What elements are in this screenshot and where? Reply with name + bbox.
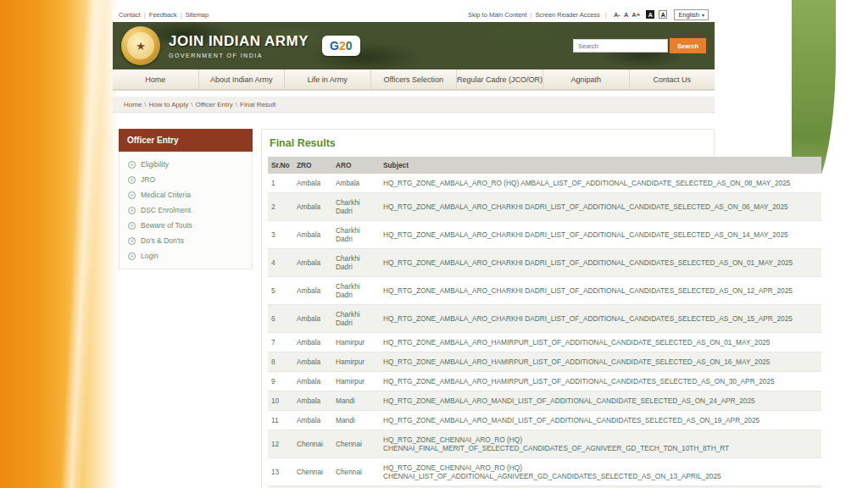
sr-no-cell: 9	[268, 372, 293, 391]
nav-item-home[interactable]: Home	[113, 69, 199, 89]
sr-no-cell: 6	[268, 305, 293, 333]
language-select[interactable]: English ▾	[674, 9, 709, 20]
breadcrumb-item-how-to-apply[interactable]: How to Apply	[149, 101, 189, 108]
search-input[interactable]	[573, 39, 668, 53]
sidebar-item-dsc-enrolment[interactable]: +DSC Enrolment	[120, 202, 252, 218]
table-row: 5AmbalaCharkhi DadriHQ_RTG_ZONE_AMBALA_A…	[268, 277, 821, 305]
subject-cell: HQ_RTG_ZONE_AMBALA_ARO_CHARKHI DADRI_LIS…	[380, 305, 821, 333]
result-subject-link[interactable]: HQ_RTG_ZONE_AMBALA_ARO_CHARKHI DADRI_LIS…	[383, 230, 788, 239]
breadcrumb-item-final-result[interactable]: Final Result	[240, 101, 275, 108]
nav-item-contact-us[interactable]: Contact Us	[630, 69, 715, 89]
result-subject-link[interactable]: HQ_RTG_ZONE_AMBALA_ARO_HAMIRPUR_LIST_OF_…	[383, 358, 771, 366]
result-subject-link[interactable]: HQ_RTG_ZONE_AMBALA_ARO_HAMIRPUR_LIST_OF_…	[383, 338, 771, 347]
topbar-link-feedback[interactable]: Feedback	[149, 11, 177, 19]
topbar-link-contact[interactable]: Contact	[119, 11, 141, 19]
subject-cell: HQ_RTG_ZONE_AMBALA_ARO_CHARKHI DADRI_LIS…	[380, 193, 821, 221]
sr-no-cell: 12	[268, 430, 293, 458]
sr-no-cell: 5	[268, 277, 293, 305]
army-crest-logo: ★	[121, 26, 160, 65]
aro-cell: Hamirpur	[332, 333, 380, 352]
nav-item-officers-selection[interactable]: Officers Selection	[371, 69, 458, 89]
result-subject-link[interactable]: HQ_RTG_ZONE_AMBALA_ARO_CHARKHI DADRI_LIS…	[383, 286, 793, 295]
zro-cell: Ambala	[293, 221, 332, 249]
column-header-sr-no: Sr.No	[268, 157, 293, 174]
page-title: Final Results	[268, 136, 708, 157]
topbar-link-skip-to-main-content[interactable]: Skip to Main Content	[468, 11, 527, 19]
site-container: Contact|Feedback|Sitemap Skip to Main Co…	[113, 7, 715, 91]
separator: |	[144, 11, 146, 19]
sidebar-item-label: Eligibility	[141, 160, 169, 169]
nav-item-regular-cadre-jco-or[interactable]: Regular Cadre (JCO/OR)	[457, 69, 543, 89]
result-subject-link[interactable]: HQ_RTG_ZONE_AMBALA_ARO_HAMIRPUR_LIST_OF_…	[383, 377, 775, 385]
language-value: English	[678, 11, 699, 19]
chevron-down-icon: ▾	[702, 12, 704, 18]
result-subject-link[interactable]: HQ_RTG_ZONE_AMBALA_ARO_RO (HQ) AMBALA_LI…	[383, 179, 790, 187]
star-icon: ★	[136, 41, 146, 52]
aro-cell: Ambala	[332, 174, 380, 193]
breadcrumb-item-home[interactable]: Home	[124, 101, 142, 108]
g20-letter-0: 0	[346, 40, 353, 52]
result-subject-link[interactable]: HQ_RTG_ZONE_AMBALA_ARO_MANDI_LIST_OF_ADD…	[383, 396, 755, 405]
theme-light-toggle[interactable]: A	[659, 10, 667, 19]
table-row: 4AmbalaCharkhi DadriHQ_RTG_ZONE_AMBALA_A…	[268, 249, 821, 277]
sidebar-item-label: JRO	[141, 175, 155, 184]
plus-icon: +	[128, 191, 136, 199]
topbar-link-screen-reader-access[interactable]: Screen Reader Access	[536, 11, 600, 19]
column-header-zro: ZRO	[293, 157, 332, 174]
sidebar-list: +Eligibility+JRO+Medical Criteria+DSC En…	[119, 152, 253, 269]
table-row: 1AmbalaAmbalaHQ_RTG_ZONE_AMBALA_ARO_RO (…	[268, 174, 821, 193]
theme-dark-toggle[interactable]: A	[646, 10, 654, 19]
result-subject-link[interactable]: HQ_RTG_ZONE_AMBALA_ARO_CHARKHI DADRI_LIS…	[383, 258, 793, 267]
table-row: 11AmbalaMandiHQ_RTG_ZONE_AMBALA_ARO_MAND…	[268, 411, 821, 430]
sidebar-item-login[interactable]: +Login	[120, 248, 252, 263]
zro-cell: Ambala	[293, 305, 332, 333]
search-bar: Search	[573, 38, 706, 53]
nav-item-agnipath[interactable]: Agnipath	[543, 69, 630, 89]
sr-no-cell: 3	[268, 221, 293, 249]
result-subject-link[interactable]: HQ_RTG_ZONE_CHENNAI_ARO_RO (HQ) CHENNAI_…	[383, 463, 721, 480]
site-title: JOIN INDIAN ARMY	[169, 33, 309, 50]
sr-no-cell: 11	[268, 411, 293, 430]
sidebar-item-do-s-don-ts[interactable]: +Do's & Don'ts	[120, 233, 252, 248]
subject-cell: HQ_RTG_ZONE_AMBALA_ARO_MANDI_LIST_OF_ADD…	[380, 411, 821, 430]
sr-no-cell: 1	[268, 174, 293, 193]
topbar-link-sitemap[interactable]: Sitemap	[186, 11, 209, 19]
utility-topbar: Contact|Feedback|Sitemap Skip to Main Co…	[113, 7, 715, 22]
aro-cell: Charkhi Dadri	[332, 221, 380, 249]
sidebar-item-medical-criteria[interactable]: +Medical Criteria	[120, 187, 252, 202]
table-row: 10AmbalaMandiHQ_RTG_ZONE_AMBALA_ARO_MAND…	[268, 391, 821, 411]
zro-cell: Chennai	[293, 458, 332, 486]
result-subject-link[interactable]: HQ_RTG_ZONE_AMBALA_ARO_CHARKHI DADRI_LIS…	[383, 202, 788, 211]
title-block: JOIN INDIAN ARMY GOVERNMENT OF INDIA	[169, 33, 309, 58]
sidebar-item-label: DSC Enrolment	[141, 206, 191, 214]
result-subject-link[interactable]: HQ_RTG_ZONE_AMBALA_ARO_CHARKHI DADRI_LIS…	[383, 314, 793, 323]
column-header-subject: Subject	[380, 157, 821, 174]
sidebar-item-eligibility[interactable]: +Eligibility	[120, 157, 252, 172]
font-size-control-a[interactable]: A	[624, 11, 628, 19]
font-size-control-a[interactable]: A-	[614, 11, 620, 19]
page-content: Officer Entry +Eligibility+JRO+Medical C…	[113, 119, 836, 488]
sidebar-item-label: Login	[141, 252, 159, 260]
subject-cell: HQ_RTG_ZONE_AMBALA_ARO_HAMIRPUR_LIST_OF_…	[380, 352, 821, 372]
sidebar-item-beware-of-touts[interactable]: +Beware of Touts	[120, 218, 252, 233]
result-subject-link[interactable]: HQ_RTG_ZONE_AMBALA_ARO_MANDI_LIST_OF_ADD…	[383, 416, 760, 424]
nav-item-life-in-army[interactable]: Life in Army	[285, 69, 371, 89]
sidebar-title: Officer Entry	[119, 129, 253, 152]
subject-cell: HQ_RTG_ZONE_AMBALA_ARO_HAMIRPUR_LIST_OF_…	[380, 372, 821, 391]
sr-no-cell: 13	[268, 458, 293, 486]
table-row: 13ChennaiChennaiHQ_RTG_ZONE_CHENNAI_ARO_…	[268, 458, 821, 486]
aro-cell: Charkhi Dadri	[332, 193, 380, 221]
search-button[interactable]: Search	[670, 38, 706, 53]
font-size-control-a[interactable]: A+	[632, 11, 640, 19]
breadcrumb: Home\How to Apply\Officer Entry\Final Re…	[113, 97, 715, 113]
nav-item-about-indian-army[interactable]: About Indian Army	[199, 69, 286, 89]
result-subject-link[interactable]: HQ_RTG_ZONE_CHENNAI_ARO_RO (HQ) CHENNAI_…	[383, 435, 729, 452]
plus-icon: +	[128, 252, 136, 260]
sidebar-item-jro[interactable]: +JRO	[120, 172, 252, 187]
subject-cell: HQ_RTG_ZONE_AMBALA_ARO_CHARKHI DADRI_LIS…	[380, 249, 821, 277]
breadcrumb-item-officer-entry[interactable]: Officer Entry	[196, 101, 233, 108]
topbar-right-links: Skip to Main Content|Screen Reader Acces…	[468, 9, 709, 20]
sr-no-cell: 10	[268, 391, 293, 411]
final-results-panel: Final Results Sr.NoZROAROSubject 1Ambala…	[261, 129, 715, 488]
site-subtitle: GOVERNMENT OF INDIA	[169, 53, 309, 58]
